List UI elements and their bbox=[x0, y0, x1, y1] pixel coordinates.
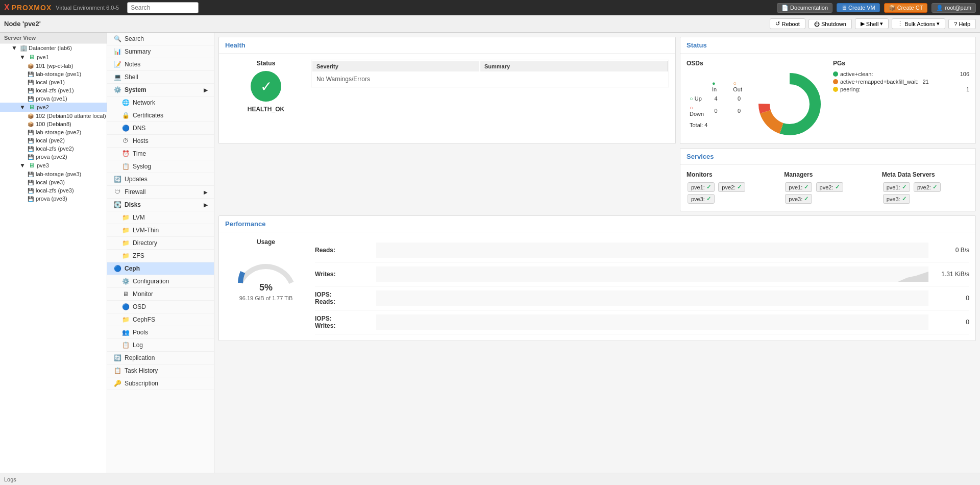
nav-replication-label: Replication bbox=[125, 354, 155, 361]
nav-dns[interactable]: 🔵 DNS bbox=[107, 122, 214, 135]
nav-replication[interactable]: 🔄 Replication bbox=[107, 352, 214, 365]
nav-shell-label: Shell bbox=[125, 74, 138, 81]
nav-syslog[interactable]: 📋 Syslog bbox=[107, 160, 214, 173]
disks-icon: 💽 bbox=[113, 201, 121, 208]
tree-item-local-zfs-pve2[interactable]: 💾 local-zfs (pve2) bbox=[0, 144, 107, 153]
nav-hosts[interactable]: ⏱ Hosts bbox=[107, 135, 214, 148]
monitor-pve1-badge[interactable]: pve1: ✓ bbox=[688, 182, 715, 192]
tree-item-pve2[interactable]: ▼ 🖥 pve2 bbox=[0, 103, 107, 112]
tree-item-local-zfs-pve3[interactable]: 💾 local-zfs (pve3) bbox=[0, 186, 107, 195]
user-label: root@pam bbox=[945, 5, 971, 11]
meta-badges: pve1: ✓ pve2: ✓ pve3: ✓ bbox=[882, 181, 969, 205]
nav-task-history[interactable]: 📋 Task History bbox=[107, 365, 214, 377]
tree-item-prova-pve1[interactable]: 💾 prova (pve1) bbox=[0, 94, 107, 103]
meta-pve3-badge[interactable]: pve3: ✓ bbox=[883, 194, 910, 204]
nav-subscription[interactable]: 🔑 Subscription bbox=[107, 377, 214, 390]
tree-label-100: 100 (Debian8) bbox=[36, 121, 71, 127]
usage-detail: 96.19 GiB of 1.77 TiB bbox=[239, 295, 293, 301]
nav-lvm[interactable]: 📁 LVM bbox=[107, 211, 214, 224]
manager-pve1-badge[interactable]: pve1: ✓ bbox=[785, 182, 812, 192]
nav-zfs[interactable]: 📁 ZFS bbox=[107, 250, 214, 262]
tree-item-local-pve1[interactable]: 💾 local (pve1) bbox=[0, 78, 107, 86]
nav-configuration[interactable]: ⚙️ Configuration bbox=[107, 275, 214, 288]
tree-item-lab-storage-pve1[interactable]: 💾 lab-storage (pve1) bbox=[0, 70, 107, 78]
task-history-icon: 📋 bbox=[113, 367, 121, 374]
top-content-row: Health Status ✓ HEALTH_OK Severity Summa… bbox=[218, 37, 976, 144]
lvm-thin-icon: 📁 bbox=[121, 227, 130, 234]
tree-item-101[interactable]: 📦 101 (wp-ct-lab) bbox=[0, 62, 107, 70]
shell-button[interactable]: ▶ Shell ▾ bbox=[855, 18, 889, 29]
out-label: Out bbox=[733, 86, 742, 92]
tree-item-local-pve3[interactable]: 💾 local (pve3) bbox=[0, 178, 107, 186]
nav-pools[interactable]: 👥 Pools bbox=[107, 326, 214, 339]
meta-pve2-badge[interactable]: pve2: ✓ bbox=[914, 182, 941, 192]
tree-item-lab-storage-pve2[interactable]: 💾 lab-storage (pve2) bbox=[0, 128, 107, 136]
osds-title: OSDs bbox=[687, 60, 823, 67]
summary-icon: 📊 bbox=[113, 48, 121, 55]
monitor-pve3-badge[interactable]: pve3: ✓ bbox=[688, 194, 715, 204]
nav-monitor[interactable]: 🖥 Monitor bbox=[107, 288, 214, 301]
ct-icon-101: 📦 bbox=[27, 63, 35, 69]
manager-pve3-check: ✓ bbox=[804, 196, 808, 202]
tree-label-lab-storage-pve1: lab-storage (pve1) bbox=[36, 71, 81, 77]
nav-shell[interactable]: 💻 Shell bbox=[107, 71, 214, 84]
in-dot: ● bbox=[712, 80, 716, 86]
monitor-icon: 🖥 bbox=[121, 290, 130, 298]
nav-summary[interactable]: 📊 Summary bbox=[107, 45, 214, 58]
manager-pve1-check: ✓ bbox=[804, 184, 808, 190]
performance-content: Usage 5% 96.19 GiB of 1.77 TiB bbox=[219, 232, 975, 341]
pg-green-dot bbox=[833, 71, 838, 77]
tree-item-pve1[interactable]: ▼ 🖥 pve1 bbox=[0, 53, 107, 62]
bulk-actions-button[interactable]: ⋮ Bulk Actions ▾ bbox=[892, 18, 945, 29]
tree-item-102[interactable]: 📦 102 (Debian10 atlante local) bbox=[0, 112, 107, 120]
tree-item-lab-storage-pve3[interactable]: 💾 lab-storage (pve3) bbox=[0, 170, 107, 178]
create-vm-button[interactable]: 🖥 Create VM bbox=[837, 3, 880, 12]
nav-panel: 🔍 Search 📊 Summary 📝 Notes 💻 Shell ⚙️ Sy… bbox=[107, 33, 214, 473]
syslog-icon: 📋 bbox=[121, 163, 130, 170]
tree-item-datacenter[interactable]: ▼ 🏢 Datacenter (lab6) bbox=[0, 43, 107, 53]
manager-pve3-badge[interactable]: pve3: ✓ bbox=[785, 194, 812, 204]
nav-ceph[interactable]: 🔵 Ceph bbox=[107, 262, 214, 275]
tree-item-100[interactable]: 📦 100 (Debian8) bbox=[0, 120, 107, 128]
manager-pve2-badge[interactable]: pve2: ✓ bbox=[816, 182, 843, 192]
pg-active-clean-label: active+clean: bbox=[840, 71, 873, 77]
monitor-pve2-badge[interactable]: pve2: ✓ bbox=[718, 182, 745, 192]
updates-icon: 🔄 bbox=[113, 176, 121, 183]
documentation-button[interactable]: 📄 Documentation bbox=[777, 3, 832, 13]
nav-firewall[interactable]: 🛡 Firewall ▶ bbox=[107, 186, 214, 199]
nav-osd[interactable]: 🔵 OSD bbox=[107, 301, 214, 313]
nav-firewall-label: Firewall bbox=[125, 188, 145, 196]
nav-disks[interactable]: 💽 Disks ▶ bbox=[107, 199, 214, 211]
up-label: Up bbox=[695, 95, 702, 102]
nav-certificates[interactable]: 🔒 Certificates bbox=[107, 109, 214, 122]
tree-item-prova-pve2[interactable]: 💾 prova (pve2) bbox=[0, 153, 107, 161]
nav-search[interactable]: 🔍 Search bbox=[107, 33, 214, 45]
storage-icon-lab-storage-pve3: 💾 bbox=[27, 172, 35, 177]
tree-container: ▼ 🏢 Datacenter (lab6) ▼ 🖥 pve1 📦 101 (wp… bbox=[0, 43, 107, 203]
tree-item-local-zfs-pve1[interactable]: 💾 local-zfs (pve1) bbox=[0, 86, 107, 94]
nav-notes[interactable]: 📝 Notes bbox=[107, 58, 214, 71]
nav-time[interactable]: ⏰ Time bbox=[107, 148, 214, 160]
nav-time-label: Time bbox=[133, 150, 146, 157]
nav-network[interactable]: 🌐 Network bbox=[107, 96, 214, 109]
help-button[interactable]: ? Help bbox=[948, 19, 976, 29]
tree-item-pve3[interactable]: ▼ 🖥 pve3 bbox=[0, 161, 107, 170]
nav-lvm-thin[interactable]: 📁 LVM-Thin bbox=[107, 224, 214, 237]
user-button[interactable]: 👤 root@pam bbox=[932, 3, 976, 13]
no-warnings-text: No Warnings/Errors bbox=[312, 72, 668, 86]
health-ok-label: HEALTH_OK bbox=[248, 106, 284, 113]
tree-item-local-pve2[interactable]: 💾 local (pve2) bbox=[0, 136, 107, 144]
meta-pve1-badge[interactable]: pve1: ✓ bbox=[883, 182, 910, 192]
nav-log[interactable]: 📋 Log bbox=[107, 339, 214, 352]
shutdown-button[interactable]: ⏻ Shutdown bbox=[808, 19, 852, 29]
tree-label-local-zfs-pve2: local-zfs (pve2) bbox=[36, 146, 74, 152]
reboot-button[interactable]: ↺ Reboot bbox=[770, 18, 805, 29]
nav-directory[interactable]: 📁 Directory bbox=[107, 237, 214, 250]
create-ct-button[interactable]: 📦 Create CT bbox=[884, 3, 928, 13]
global-search-input[interactable] bbox=[127, 2, 199, 13]
tree-item-prova-pve3[interactable]: 💾 prova (pve3) bbox=[0, 195, 107, 203]
nav-system[interactable]: ⚙️ System ▶ bbox=[107, 84, 214, 96]
nav-cephfs[interactable]: 📁 CephFS bbox=[107, 313, 214, 326]
nav-updates[interactable]: 🔄 Updates bbox=[107, 173, 214, 186]
ceph-status-title: Status bbox=[680, 37, 975, 54]
